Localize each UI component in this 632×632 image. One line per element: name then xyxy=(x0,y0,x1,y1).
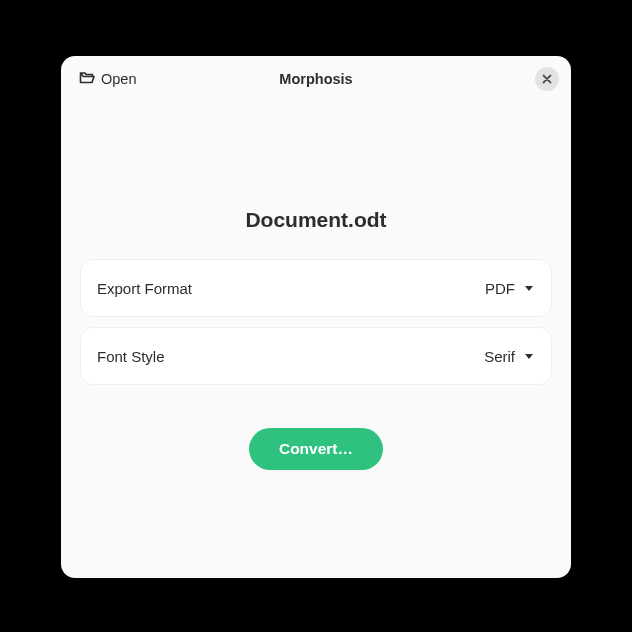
folder-open-icon xyxy=(79,70,95,89)
font-style-value: Serif xyxy=(484,348,515,365)
export-format-row[interactable]: Export Format PDF xyxy=(81,260,551,316)
titlebar: Open Morphosis xyxy=(61,56,571,102)
font-style-label: Font Style xyxy=(97,348,165,365)
main-content: Document.odt Export Format PDF Font Styl… xyxy=(61,102,571,578)
app-window: Open Morphosis Document.odt Export Forma… xyxy=(61,56,571,578)
convert-button[interactable]: Convert… xyxy=(249,428,383,470)
export-format-value: PDF xyxy=(485,280,515,297)
chevron-down-icon xyxy=(523,280,535,297)
export-format-value-wrap: PDF xyxy=(485,280,535,297)
chevron-down-icon xyxy=(523,348,535,365)
open-button-label: Open xyxy=(101,71,136,87)
close-button[interactable] xyxy=(535,67,559,91)
document-filename: Document.odt xyxy=(245,208,386,232)
open-button[interactable]: Open xyxy=(73,66,142,93)
window-title: Morphosis xyxy=(279,71,352,87)
close-icon xyxy=(542,70,552,88)
font-style-row[interactable]: Font Style Serif xyxy=(81,328,551,384)
font-style-value-wrap: Serif xyxy=(484,348,535,365)
export-format-label: Export Format xyxy=(97,280,192,297)
